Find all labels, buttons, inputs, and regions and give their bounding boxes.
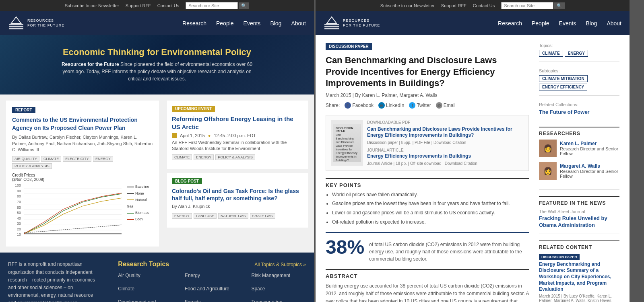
topic-energy-tag[interactable]: ENERGY <box>565 50 588 57</box>
upcoming-event: UPCOMING EVENT Reforming Offshore Energy… <box>167 101 308 169</box>
topic-climate-tag[interactable]: CLIMATE <box>539 50 563 57</box>
subtopics-section: Subtopics: CLIMATE MITIGATION ENERGY EFF… <box>539 68 619 96</box>
clock-icon: ● <box>208 133 211 138</box>
search-input[interactable] <box>186 2 238 9</box>
topic-food[interactable]: Food and Agriculture <box>185 285 239 292</box>
researchers-title: RESEARCHERS <box>539 127 619 136</box>
event-meta: April 1, 2015 ● 12:45–2:00 p.m. EDT <box>172 133 303 138</box>
svg-text:2010: 2010 <box>24 235 31 235</box>
karen-photo: 👩 <box>539 140 557 157</box>
topic-transport[interactable]: Transportation <box>251 298 306 302</box>
chart-title: Credit Prices($/ton CO2, 2009) <box>12 173 153 182</box>
nav-research[interactable]: Research <box>182 20 206 27</box>
svg-text:2030: 2030 <box>98 235 105 235</box>
paper-info: DOWNLOADABLE PDF Can Benchmarking and Di… <box>367 120 524 166</box>
left-article: REPORT Comments to the US Environmental … <box>6 101 159 247</box>
btag-3[interactable]: SHALE GAS <box>250 213 275 219</box>
search-input-2[interactable] <box>501 2 553 9</box>
nav-people-2[interactable]: People <box>532 20 549 27</box>
nav-research-2[interactable]: Research <box>498 20 522 27</box>
karen-name[interactable]: Karen L. Palmer <box>560 141 619 146</box>
contact-link[interactable]: Contact Us <box>157 3 179 8</box>
about-block: RFF is a nonprofit and nonpartisan organ… <box>0 253 110 302</box>
upcoming-badge: UPCOMING EVENT <box>172 106 215 112</box>
collection-link[interactable]: The Future of Power <box>539 109 590 115</box>
nav-about[interactable]: About <box>291 20 306 27</box>
btag-2[interactable]: NATURAL GAS <box>218 213 248 219</box>
featured-section: FEATURED IN THE NEWS The Wall Street Jou… <box>539 196 619 234</box>
paper-title[interactable]: Can Benchmarking and Disclosure Laws Pro… <box>367 126 524 139</box>
nav-about-2[interactable]: About <box>607 20 621 27</box>
logo-icon-2 <box>324 16 340 30</box>
top-bar: Subscribe to our Newsletter Support RFF … <box>0 0 314 11</box>
event-title[interactable]: Reforming Offshore Energy Leasing in the… <box>172 115 303 131</box>
search-button-2[interactable]: 🔍 <box>554 2 565 9</box>
nav-blog[interactable]: Blog <box>270 20 281 27</box>
nav-blog-2[interactable]: Blog <box>586 20 597 27</box>
btag-1[interactable]: LAND USE <box>194 213 217 219</box>
subtopics-label: Subtopics: <box>539 68 619 73</box>
karen-placeholder: 👩 <box>539 140 557 157</box>
tag-2[interactable]: ELECTRICITY <box>63 156 91 162</box>
contact-link-2[interactable]: Contact Us <box>473 3 495 8</box>
all-topics-link[interactable]: All Topics & Subtopics » <box>254 262 306 267</box>
subtopic-mitigation[interactable]: CLIMATE MITIGATION <box>539 75 588 82</box>
article-tags: AIR QUALITY CLIMATE ELECTRICITY ENERGY P… <box>12 156 153 169</box>
topic-air-quality[interactable]: Air Quality <box>118 272 173 279</box>
topic-space[interactable]: Space <box>251 285 306 292</box>
support-link[interactable]: Support RFF <box>126 3 151 8</box>
btag-0[interactable]: ENERGY <box>172 213 192 219</box>
margaret-name[interactable]: Margaret A. Walls <box>560 163 619 169</box>
related-section: RELATED CONTENT DISCUSSION PAPER Energy … <box>539 240 619 302</box>
etag-0[interactable]: CLIMATE <box>172 154 192 160</box>
topic-dev-env[interactable]: Development and Environment <box>118 298 173 302</box>
twitter-share[interactable]: t Twitter <box>409 102 431 109</box>
tag-0[interactable]: AIR QUALITY <box>12 156 39 162</box>
tag-4[interactable]: POLICY & ANALYSIS <box>12 163 52 169</box>
newsletter-link[interactable]: Subscribe to our Newsletter <box>65 3 119 8</box>
subtopic-efficiency[interactable]: ENERGY EFFICIENCY <box>539 84 587 90</box>
key-point-1: Gasoline prices are the lowest they have… <box>332 200 529 207</box>
topic-forests[interactable]: Forests <box>185 298 239 302</box>
nav-events[interactable]: Events <box>244 20 261 27</box>
support-link-2[interactable]: Support RFF <box>441 3 466 8</box>
stat-desc: of total US carbon dioxide (CO2) emissio… <box>369 238 529 263</box>
topic-energy[interactable]: Energy <box>185 272 239 279</box>
topics-tags: CLIMATE ENERGY <box>539 50 619 57</box>
etag-1[interactable]: ENERGY <box>194 154 214 160</box>
newsletter-link-2[interactable]: Subscribe to our Newsletter <box>380 3 435 8</box>
svg-text:2020: 2020 <box>61 235 68 235</box>
journal-title[interactable]: Energy Efficiency Improvements in Buildi… <box>367 153 524 160</box>
linkedin-share[interactable]: in LinkedIn <box>378 102 404 109</box>
abstract-text: Building energy use accounted for 38 per… <box>326 282 529 302</box>
facebook-share[interactable]: f Facebook <box>345 102 374 109</box>
svg-text:2025: 2025 <box>80 235 86 235</box>
abstract-title: ABSTRACT <box>326 269 529 279</box>
search-button[interactable]: 🔍 <box>239 2 249 9</box>
chart-y-axis: 100908070605040302010 <box>12 183 22 236</box>
topic-climate[interactable]: Climate <box>118 285 173 292</box>
report-badge: REPORT <box>12 107 35 113</box>
researchers-section: RESEARCHERS 👩 Karen L. Palmer Research D… <box>539 127 619 190</box>
paper-thumbnail: DISCUSSION PAPER Can Benchmarking and Di… <box>331 120 363 166</box>
related-title: RELATED CONTENT <box>539 240 619 250</box>
nav-events-2[interactable]: Events <box>559 20 576 27</box>
blog-title[interactable]: Colorado's Oil and Gas Task Force: Is th… <box>172 187 303 202</box>
blog-byline: By Alan J. Krupnick <box>172 203 303 210</box>
topic-risk[interactable]: Risk Management <box>251 272 306 279</box>
tag-3[interactable]: ENERGY <box>93 156 113 162</box>
email-share[interactable]: @ Email <box>436 102 456 109</box>
tag-1[interactable]: CLIMATE <box>41 156 61 162</box>
article-date: March 2015 | By Karen L. Palmer, Margare… <box>326 92 529 98</box>
nav-people[interactable]: People <box>216 20 234 27</box>
facebook-icon: f <box>345 102 351 109</box>
topics-col1: Air Quality Climate Development and Envi… <box>118 272 173 302</box>
event-time: 12:45–2:00 p.m. EDT <box>214 133 256 138</box>
margaret-placeholder: 👩 <box>539 162 557 180</box>
related-title-0[interactable]: Energy Benchmarking and Disclosure: Summ… <box>539 261 619 293</box>
paper-preview: DISCUSSION PAPER Can Benchmarking and Di… <box>326 115 529 171</box>
share-label: Share: <box>326 103 340 108</box>
etag-2[interactable]: POLICY & ANALYSIS <box>215 154 255 160</box>
topics-col2: Energy Food and Agriculture Forests Inte… <box>185 272 239 302</box>
featured-link[interactable]: Fracking Rules Unveiled by Obama Adminis… <box>539 215 607 228</box>
